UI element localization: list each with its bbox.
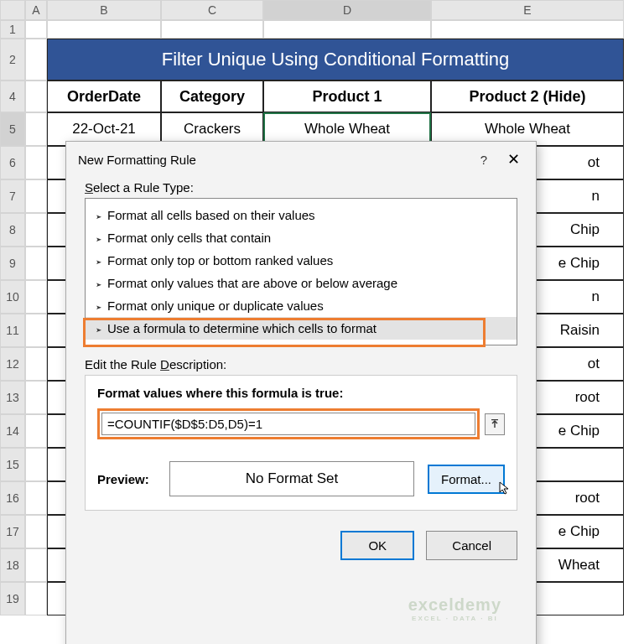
cell[interactable] (25, 414, 47, 448)
cell[interactable] (25, 448, 47, 481)
dialog-title: New Formatting Rule (78, 153, 196, 167)
arrow-icon (96, 231, 102, 245)
col-header-d[interactable]: D (263, 0, 431, 20)
row-header[interactable]: 12 (0, 347, 25, 381)
cell[interactable] (47, 20, 161, 39)
rule-type-item-formula[interactable]: Use a formula to determine which cells t… (86, 317, 517, 340)
row-header[interactable]: 7 (0, 179, 25, 213)
rule-type-text: Format only cells that contain (107, 231, 271, 245)
arrow-icon (96, 276, 102, 290)
row-header-5[interactable]: 5 (0, 112, 25, 146)
cell[interactable] (25, 548, 47, 582)
header-category[interactable]: Category (161, 80, 263, 112)
row-header[interactable]: 14 (0, 414, 25, 448)
cell[interactable] (25, 347, 47, 381)
rule-type-text: Use a formula to determine which cells t… (107, 321, 377, 335)
cursor-icon (498, 480, 513, 499)
cell[interactable] (25, 213, 47, 247)
rule-type-item[interactable]: Format all cells based on their values (86, 204, 517, 226)
rule-type-item[interactable]: Format only values that are above or bel… (86, 272, 517, 294)
cell[interactable] (25, 39, 47, 80)
ok-button[interactable]: OK (340, 531, 414, 560)
row-header[interactable]: 18 (0, 548, 25, 582)
row-header[interactable]: 11 (0, 314, 25, 347)
cell[interactable] (25, 280, 47, 314)
select-all-corner[interactable] (0, 0, 25, 20)
cell[interactable] (25, 179, 47, 213)
close-icon[interactable]: ✕ (507, 150, 524, 169)
cell[interactable] (25, 20, 47, 39)
formula-input[interactable] (101, 413, 475, 435)
row-header[interactable]: 6 (0, 146, 25, 179)
cell[interactable] (25, 582, 47, 615)
cell[interactable] (161, 20, 263, 39)
select-rule-type-label: Select a Rule Type: (85, 180, 517, 195)
preview-label: Preview: (97, 472, 156, 486)
header-product2[interactable]: Product 2 (Hide) (431, 80, 624, 112)
arrow-icon (96, 299, 102, 313)
row-header-4[interactable]: 4 (0, 80, 25, 112)
preview-box: No Format Set (169, 461, 414, 496)
row-header[interactable]: 16 (0, 481, 25, 515)
rule-type-item[interactable]: Format only top or bottom ranked values (86, 249, 517, 272)
rule-type-item[interactable]: Format only cells that contain (86, 226, 517, 249)
row-header[interactable]: 10 (0, 280, 25, 314)
format-button-label: Format... (441, 472, 491, 486)
rule-type-text: Format only top or bottom ranked values (107, 253, 333, 267)
arrow-icon (96, 208, 102, 222)
row-header[interactable]: 8 (0, 213, 25, 247)
new-formatting-rule-dialog: New Formatting Rule ? ✕ Select a Rule Ty… (65, 141, 537, 644)
row-header[interactable]: 15 (0, 448, 25, 481)
cell[interactable] (25, 481, 47, 515)
rule-type-list[interactable]: Format all cells based on their values F… (85, 198, 517, 345)
rule-type-item[interactable]: Format only unique or duplicate values (86, 294, 517, 317)
rule-description-box: Format values where this formula is true… (85, 375, 517, 511)
highlight-annotation (97, 408, 480, 439)
svg-rect-0 (491, 419, 498, 420)
col-header-e[interactable]: E (431, 0, 624, 20)
arrow-icon (96, 321, 102, 335)
cell[interactable] (25, 80, 47, 112)
formula-label: Format values where this formula is true… (97, 386, 505, 400)
col-header-b[interactable]: B (47, 0, 161, 20)
cell[interactable] (25, 515, 47, 548)
header-product1[interactable]: Product 1 (263, 80, 431, 112)
col-header-c[interactable]: C (161, 0, 263, 20)
row-header[interactable]: 13 (0, 381, 25, 414)
cancel-button[interactable]: Cancel (426, 531, 517, 560)
header-orderdate[interactable]: OrderDate (47, 80, 161, 112)
row-header[interactable]: 17 (0, 515, 25, 548)
cell[interactable] (25, 247, 47, 280)
row-header[interactable]: 19 (0, 582, 25, 615)
rule-type-text: Format all cells based on their values (107, 208, 315, 222)
cell[interactable] (25, 112, 47, 146)
row-header[interactable]: 9 (0, 247, 25, 280)
cell[interactable] (25, 381, 47, 414)
col-header-a[interactable]: A (25, 0, 47, 20)
format-button[interactable]: Format... (428, 465, 505, 494)
rule-type-text: Format only unique or duplicate values (107, 299, 324, 313)
rule-type-text: Format only values that are above or bel… (107, 276, 397, 290)
help-button[interactable]: ? (475, 153, 492, 167)
edit-rule-description-label: Edit the Rule Description: (85, 357, 517, 371)
cell[interactable] (263, 20, 431, 39)
collapse-dialog-button[interactable] (485, 413, 505, 435)
title-cell[interactable]: Filter Unique Using Conditional Formatti… (47, 39, 624, 80)
cell[interactable] (25, 146, 47, 179)
row-header-2[interactable]: 2 (0, 39, 25, 80)
cell[interactable] (25, 314, 47, 347)
arrow-icon (96, 253, 102, 267)
cell[interactable] (431, 20, 624, 39)
row-header-1[interactable]: 1 (0, 20, 25, 39)
